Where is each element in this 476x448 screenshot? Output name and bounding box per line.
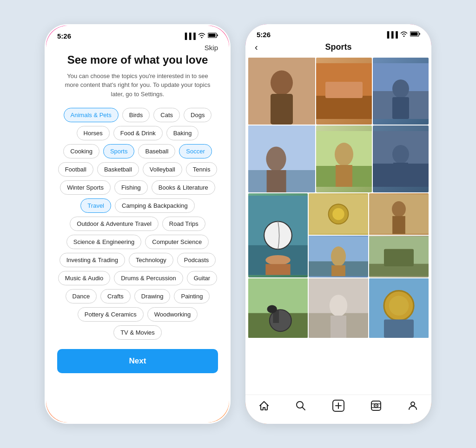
next-button[interactable]: Next (57, 349, 218, 373)
svg-point-64 (375, 405, 377, 407)
svg-rect-30 (265, 264, 290, 275)
svg-point-24 (392, 145, 409, 164)
tag-drums---percussion[interactable]: Drums & Percussion (114, 271, 183, 285)
tag-football[interactable]: Football (58, 162, 93, 177)
tag-crafts[interactable]: Crafts (100, 289, 131, 303)
battery-icon-2 (410, 31, 420, 38)
tag-guitar[interactable]: Guitar (187, 271, 217, 285)
photo-grid (245, 58, 431, 395)
tag-sports[interactable]: Sports (103, 144, 135, 158)
tag-fishing[interactable]: Fishing (114, 180, 148, 195)
tag-volleyball[interactable]: Volleyball (143, 162, 182, 177)
grid-row-1 (248, 58, 429, 125)
tag-outdoor---adventure-travel[interactable]: Outdoor & Adventure Travel (70, 217, 158, 231)
home-nav-icon[interactable] (258, 400, 270, 414)
svg-rect-37 (331, 265, 345, 276)
svg-point-36 (331, 247, 346, 267)
tag-birds[interactable]: Birds (122, 108, 150, 122)
svg-rect-56 (384, 319, 414, 337)
status-bar-2: 5:26 ▐▐▐ (245, 24, 431, 39)
svg-rect-1 (209, 34, 216, 37)
grid-item-13 (248, 278, 308, 338)
svg-point-39 (392, 201, 406, 217)
svg-point-28 (264, 221, 292, 249)
page-title: Sports (325, 42, 351, 52)
bottom-nav (245, 395, 431, 424)
phone-1: 5:26 ▐▐▐ Skip See more of w (45, 24, 231, 424)
tag-computer-science[interactable]: Computer Science (145, 235, 209, 249)
tag-food---drink[interactable]: Food & Drink (113, 126, 163, 140)
grid-row-4 (248, 278, 429, 338)
svg-rect-13 (392, 97, 409, 119)
tag-tv---movies[interactable]: TV & Movies (113, 325, 162, 340)
tag-podcasts[interactable]: Podcasts (177, 253, 216, 267)
tag-investing---trading[interactable]: Investing & Trading (60, 253, 125, 267)
tag-travel[interactable]: Travel (80, 198, 111, 213)
tag-tennis[interactable]: Tennis (186, 162, 218, 177)
tag-technology[interactable]: Technology (129, 253, 173, 267)
phone2-header: ‹ Sports (245, 39, 431, 58)
tag-winter-sports[interactable]: Winter Sports (60, 180, 111, 195)
status-icons-1: ▐▐▐ (183, 33, 218, 40)
signal-icon: ▐▐▐ (183, 33, 196, 40)
search-nav-icon[interactable] (295, 400, 306, 414)
skip-row: Skip (57, 40, 218, 53)
grid-item-right-col (309, 193, 368, 277)
svg-point-12 (392, 79, 409, 98)
grid-rows (246, 58, 430, 338)
tag-road-trips[interactable]: Road Trips (162, 217, 205, 231)
svg-rect-52 (331, 316, 346, 338)
tag-pottery---ceramics[interactable]: Pottery & Ceramics (78, 307, 144, 322)
grid-item-7-large (248, 193, 308, 277)
grid-item-6 (373, 125, 429, 192)
reels-nav-icon[interactable] (370, 400, 382, 414)
svg-point-29 (265, 255, 290, 265)
tag-painting[interactable]: Painting (174, 289, 210, 303)
tag-books---literature[interactable]: Books & Literature (152, 180, 215, 195)
tag-camping---backpacking[interactable]: Camping & Backpacking (115, 198, 195, 213)
tag-woodworking[interactable]: Woodworking (147, 307, 198, 322)
svg-rect-3 (411, 33, 418, 36)
tag-dogs[interactable]: Dogs (184, 108, 212, 122)
svg-rect-25 (393, 163, 408, 187)
tag-dance[interactable]: Dance (66, 289, 97, 303)
svg-rect-21 (336, 165, 352, 187)
headline: See more of what you love (57, 53, 218, 67)
signal-icon-2: ▐▐▐ (385, 31, 398, 38)
svg-line-58 (303, 408, 305, 410)
svg-point-55 (389, 296, 409, 316)
grid-item-3 (373, 58, 429, 125)
tag-horses[interactable]: Horses (77, 126, 110, 140)
tag-soccer[interactable]: Soccer (179, 144, 212, 158)
grid-item-15 (369, 278, 429, 338)
tag-cats[interactable]: Cats (153, 108, 180, 122)
tag-drawing[interactable]: Drawing (134, 289, 171, 303)
svg-point-16 (266, 147, 286, 171)
tag-science---engineering[interactable]: Science & Engineering (66, 235, 142, 249)
svg-rect-9 (325, 82, 363, 98)
grid-item-1 (248, 58, 315, 125)
wifi-icon (198, 33, 205, 40)
tag-cooking[interactable]: Cooking (63, 144, 99, 158)
grid-item-right-col-2 (369, 193, 429, 277)
tag-animals---pets[interactable]: Animals & Pets (64, 108, 119, 122)
tag-baking[interactable]: Baking (166, 126, 199, 140)
grid-item-2 (316, 58, 372, 125)
grid-row-2 (248, 125, 429, 192)
tag-baseball[interactable]: Baseball (138, 144, 175, 158)
svg-point-51 (330, 295, 347, 316)
battery-icon (208, 33, 218, 40)
back-button[interactable]: ‹ (255, 42, 258, 53)
grid-item-10 (369, 193, 429, 235)
svg-point-5 (271, 71, 293, 95)
wifi-icon-2 (400, 31, 408, 38)
tags-container: Animals & PetsBirdsCatsDogsHorsesFood & … (57, 108, 218, 340)
profile-nav-icon[interactable] (407, 400, 418, 414)
tag-basketball[interactable]: Basketball (97, 162, 139, 177)
time-2: 5:26 (257, 31, 271, 39)
status-icons-2: ▐▐▐ (385, 31, 420, 38)
skip-button[interactable]: Skip (205, 44, 218, 52)
add-nav-icon[interactable] (332, 400, 344, 415)
svg-rect-6 (271, 94, 293, 125)
tag-music---audio[interactable]: Music & Audio (58, 271, 110, 285)
